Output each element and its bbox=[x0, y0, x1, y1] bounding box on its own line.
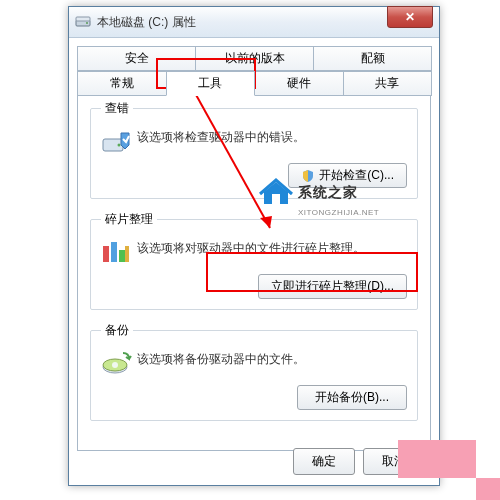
error-check-legend: 查错 bbox=[101, 100, 133, 117]
tab-quota[interactable]: 配额 bbox=[313, 46, 432, 71]
drive-icon bbox=[75, 14, 91, 30]
defrag-desc: 该选项将对驱动器中的文件进行碎片整理。 bbox=[137, 240, 407, 257]
tab-sharing[interactable]: 共享 bbox=[343, 71, 433, 96]
start-check-button[interactable]: 开始检查(C)... bbox=[288, 163, 407, 188]
start-backup-button[interactable]: 开始备份(B)... bbox=[297, 385, 407, 410]
content: 安全 以前的版本 配额 常规 工具 硬件 共享 查错 该选项将检查驱动器中的错误… bbox=[69, 38, 439, 459]
error-check-desc: 该选项将检查驱动器中的错误。 bbox=[137, 129, 407, 146]
window-title: 本地磁盘 (C:) 属性 bbox=[97, 14, 387, 31]
tab-tools[interactable]: 工具 bbox=[166, 71, 256, 96]
backup-desc: 该选项将备份驱动器中的文件。 bbox=[137, 351, 407, 368]
svg-point-11 bbox=[112, 362, 118, 368]
svg-rect-2 bbox=[76, 17, 90, 21]
svg-rect-7 bbox=[119, 250, 125, 262]
shield-icon bbox=[301, 169, 315, 183]
tab-strip: 安全 以前的版本 配额 常规 工具 硬件 共享 bbox=[77, 46, 431, 90]
tab-panel-tools: 查错 该选项将检查驱动器中的错误。 开始检查(C)... 碎片整理 bbox=[77, 89, 431, 451]
defrag-now-button[interactable]: 立即进行碎片整理(D)... bbox=[258, 274, 407, 299]
svg-rect-6 bbox=[111, 242, 117, 262]
svg-rect-5 bbox=[103, 246, 109, 262]
error-check-group: 查错 该选项将检查驱动器中的错误。 开始检查(C)... bbox=[90, 100, 418, 199]
tab-previous-versions[interactable]: 以前的版本 bbox=[195, 46, 314, 71]
properties-dialog: 本地磁盘 (C:) 属性 ✕ 安全 以前的版本 配额 常规 工具 硬件 共享 查… bbox=[68, 6, 440, 486]
close-button[interactable]: ✕ bbox=[387, 6, 433, 28]
backup-legend: 备份 bbox=[101, 322, 133, 339]
tab-general[interactable]: 常规 bbox=[77, 71, 167, 96]
defrag-group: 碎片整理 该选项将对驱动器中的文件进行碎片整理。 立即进行碎片整理(D)... bbox=[90, 211, 418, 310]
checkdisk-icon bbox=[101, 125, 133, 157]
backup-icon bbox=[101, 347, 133, 379]
defrag-icon bbox=[101, 236, 133, 268]
tab-hardware[interactable]: 硬件 bbox=[254, 71, 344, 96]
ok-button[interactable]: 确定 bbox=[293, 448, 355, 475]
svg-point-1 bbox=[86, 22, 88, 24]
pink-overlay-1 bbox=[398, 440, 476, 478]
svg-rect-8 bbox=[125, 246, 129, 262]
pink-overlay-2 bbox=[476, 478, 500, 500]
tab-security[interactable]: 安全 bbox=[77, 46, 196, 71]
defrag-legend: 碎片整理 bbox=[101, 211, 157, 228]
titlebar: 本地磁盘 (C:) 属性 ✕ bbox=[69, 7, 439, 38]
backup-group: 备份 该选项将备份驱动器中的文件。 开始备份(B)... bbox=[90, 322, 418, 421]
svg-point-4 bbox=[118, 144, 121, 147]
